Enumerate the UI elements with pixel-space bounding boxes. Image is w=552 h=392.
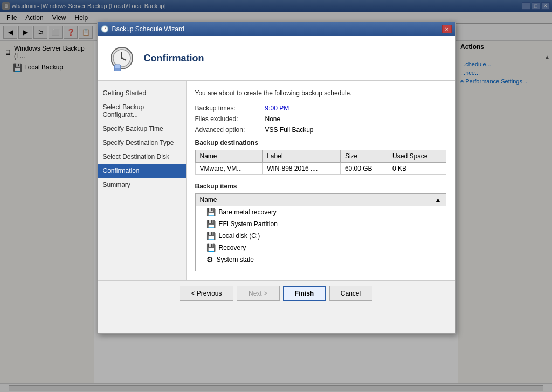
nav-item-getting-started[interactable]: Getting Started [98,86,186,100]
backup-times-value: 9:00 PM [265,104,289,112]
dest-row-0-label: WIN-898 2016 .... [263,163,341,175]
advanced-option-label: Advanced option: [195,126,265,134]
dest-row-0-used: 0 KB [388,163,446,175]
items-row-0-label: Bare metal recovery [219,208,277,216]
next-button[interactable]: Next > [237,286,280,301]
dest-row-0-name: VMware, VM... [195,163,263,175]
nav-item-specify-time[interactable]: Specify Backup Time [98,122,186,136]
advanced-option-value: VSS Full Backup [265,126,314,134]
dialog-title-icon: 🕐 [101,25,109,33]
dest-col-label: Label [263,150,341,163]
intro-text: You are about to create the following ba… [195,89,446,97]
svg-point-4 [121,57,123,59]
dest-row-0[interactable]: VMware, VM... WIN-898 2016 .... 60.00 GB… [195,163,446,175]
wizard-nav: Getting Started Select Backup Configurat… [98,81,187,280]
recovery-icon: 💾 [206,243,216,252]
modal-overlay: 🕐 Backup Schedule Wizard ✕ [0,0,552,392]
dialog-title-bar: 🕐 Backup Schedule Wizard ✕ [98,22,455,36]
dest-col-used: Used Space [388,150,446,163]
local-disk-icon: 💾 [206,232,216,240]
destinations-table: Name Label Size Used Space VMware, VM...… [195,150,446,175]
nav-item-confirmation[interactable]: Confirmation [98,164,186,178]
dialog-header-title: Confirmation [144,53,204,64]
items-row-3-label: Recovery [219,244,246,251]
items-row-3[interactable]: 💾 Recovery [196,242,446,254]
nav-item-select-backup[interactable]: Select Backup Configurat... [98,100,186,122]
items-row-4-label: System state [217,256,254,263]
dialog-footer: < Previous Next > Finish Cancel [98,280,455,306]
efi-icon: 💾 [206,220,216,228]
backup-times-label: Backup times: [195,104,265,112]
items-table: Name ▲ 💾 Bare metal recovery 💾 EFI Syste… [195,193,446,271]
items-row-0[interactable]: 💾 Bare metal recovery [196,206,446,218]
dest-col-name: Name [195,150,263,163]
items-row-2[interactable]: 💾 Local disk (C:) [196,230,446,242]
header-icon [108,45,135,72]
dialog-header: Confirmation [98,36,455,81]
dialog-close-button[interactable]: ✕ [442,25,452,33]
finish-button[interactable]: Finish [283,286,326,301]
files-excluded-label: Files excluded: [195,115,265,123]
nav-item-specify-dest[interactable]: Specify Destination Type [98,136,186,150]
items-col-name: Name [200,196,217,204]
destinations-section-title: Backup destinations [195,139,446,146]
nav-item-summary[interactable]: Summary [98,178,186,192]
bare-metal-icon: 💾 [206,208,216,216]
dest-row-0-size: 60.00 GB [340,163,388,175]
items-section-title: Backup items [195,183,446,190]
items-row-1-label: EFI System Partition [219,220,278,228]
items-row-4[interactable]: ⚙ System state [196,254,446,265]
items-row-1[interactable]: 💾 EFI System Partition [196,218,446,230]
dialog-body: Confirmation Getting Started Select Back… [98,36,455,306]
system-state-icon: ⚙ [206,255,213,264]
items-row-2-label: Local disk (C:) [219,232,260,240]
dialog-content: Getting Started Select Backup Configurat… [98,81,455,280]
nav-item-select-disk[interactable]: Select Destination Disk [98,150,186,164]
backup-schedule-wizard: 🕐 Backup Schedule Wizard ✕ [97,22,456,334]
backup-times-row: Backup times: 9:00 PM [195,104,446,112]
files-excluded-value: None [265,115,281,123]
dialog-title: Backup Schedule Wizard [112,25,184,33]
items-table-header: Name ▲ [196,194,446,206]
cancel-button[interactable]: Cancel [329,286,372,301]
items-scroll-up[interactable]: ▲ [435,196,441,204]
svg-rect-6 [115,65,120,68]
previous-button[interactable]: < Previous [180,286,233,301]
items-table-body: 💾 Bare metal recovery 💾 EFI System Parti… [196,206,446,271]
dest-col-size: Size [340,150,388,163]
wizard-main: You are about to create the following ba… [187,81,455,280]
advanced-option-row: Advanced option: VSS Full Backup [195,126,446,134]
files-excluded-row: Files excluded: None [195,115,446,123]
